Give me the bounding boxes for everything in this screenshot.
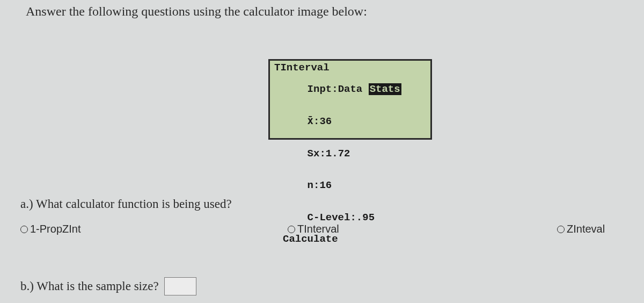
option-tinterval[interactable]: TInterval	[288, 223, 339, 235]
calc-inpt-line: Inpt:Data Stats	[283, 74, 426, 106]
question-b-prompt: b.) What is the sample size?	[20, 279, 159, 293]
calc-calculate: Calculate	[283, 234, 426, 245]
calc-inpt-data: Data	[338, 83, 363, 95]
question-b-row: b.) What is the sample size?	[20, 277, 196, 295]
option-1-propzint[interactable]: 1-PropZInt	[20, 223, 80, 235]
calc-sx-line: Sx:1.72	[283, 138, 426, 170]
option-label: 1-PropZInt	[30, 223, 80, 235]
calc-title: TInterval	[274, 63, 426, 74]
option-zinteval[interactable]: ZInteval	[557, 223, 605, 235]
calc-n-line: n:16	[283, 170, 426, 202]
calc-n-value: 16	[319, 179, 332, 191]
option-label: ZInteval	[567, 223, 605, 235]
radio-icon	[557, 226, 565, 233]
radio-icon	[20, 226, 28, 233]
sample-size-input[interactable]	[164, 277, 196, 295]
calc-xbar-line: x̄:36	[283, 106, 426, 138]
calc-n-label: n:	[308, 179, 320, 191]
calc-sx-value: 1.72	[326, 148, 350, 160]
calc-inpt-stats: Stats	[369, 83, 401, 95]
calc-clevel-value: .95	[356, 212, 375, 223]
instruction-text: Answer the following questions using the…	[26, 4, 367, 19]
calc-xbar-label: x̄:	[308, 116, 320, 127]
calc-inpt-label: Inpt:	[308, 83, 338, 95]
calc-clevel-label: C-Level:	[308, 212, 356, 223]
question-a-prompt: a.) What calculator function is being us…	[20, 197, 232, 211]
calculator-screen: TInterval Inpt:Data Stats x̄:36 Sx:1.72 …	[268, 59, 432, 140]
calc-xbar-value: 36	[319, 116, 332, 127]
option-label: TInterval	[297, 223, 339, 235]
radio-icon	[288, 226, 295, 233]
calc-sx-label: Sx:	[308, 148, 326, 160]
